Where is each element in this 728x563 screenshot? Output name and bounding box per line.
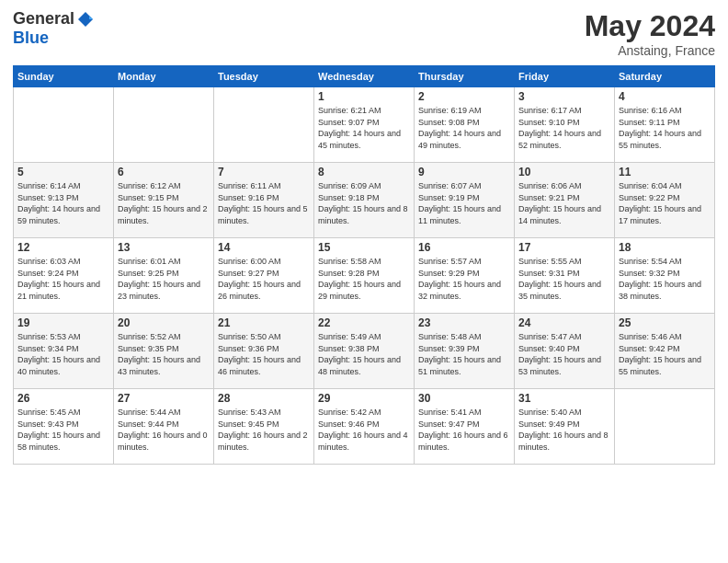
day-number: 24 xyxy=(518,316,610,329)
day-number: 4 xyxy=(619,90,711,103)
day-cell: 21Sunrise: 5:50 AM Sunset: 9:36 PM Dayli… xyxy=(214,314,314,389)
month-title: May 2024 xyxy=(585,9,715,43)
logo-text: General xyxy=(13,9,95,29)
day-info: Sunrise: 6:07 AM Sunset: 9:19 PM Dayligh… xyxy=(418,180,510,226)
day-info: Sunrise: 6:00 AM Sunset: 9:27 PM Dayligh… xyxy=(218,256,310,302)
day-cell: 18Sunrise: 5:54 AM Sunset: 9:32 PM Dayli… xyxy=(615,238,715,314)
day-number: 14 xyxy=(218,241,310,254)
day-info: Sunrise: 6:16 AM Sunset: 9:11 PM Dayligh… xyxy=(619,105,711,151)
day-cell xyxy=(114,87,214,163)
day-number: 3 xyxy=(518,90,610,103)
day-number: 31 xyxy=(518,392,610,405)
day-cell: 23Sunrise: 5:48 AM Sunset: 9:39 PM Dayli… xyxy=(415,314,515,389)
day-cell: 24Sunrise: 5:47 AM Sunset: 9:40 PM Dayli… xyxy=(515,314,615,389)
day-info: Sunrise: 5:44 AM Sunset: 9:44 PM Dayligh… xyxy=(118,407,210,453)
day-number: 26 xyxy=(17,392,109,405)
day-info: Sunrise: 6:21 AM Sunset: 9:07 PM Dayligh… xyxy=(318,105,410,151)
day-info: Sunrise: 5:45 AM Sunset: 9:43 PM Dayligh… xyxy=(17,407,109,453)
day-number: 7 xyxy=(218,166,310,178)
day-cell: 20Sunrise: 5:52 AM Sunset: 9:35 PM Dayli… xyxy=(114,314,214,389)
day-info: Sunrise: 6:01 AM Sunset: 9:25 PM Dayligh… xyxy=(118,256,210,302)
day-header-saturday: Saturday xyxy=(615,66,715,87)
week-row-2: 5Sunrise: 6:14 AM Sunset: 9:13 PM Daylig… xyxy=(14,163,715,238)
day-info: Sunrise: 5:42 AM Sunset: 9:46 PM Dayligh… xyxy=(318,407,410,453)
day-cell: 30Sunrise: 5:41 AM Sunset: 9:47 PM Dayli… xyxy=(415,389,515,465)
day-info: Sunrise: 5:50 AM Sunset: 9:36 PM Dayligh… xyxy=(218,331,310,377)
day-cell xyxy=(214,87,314,163)
day-number: 5 xyxy=(17,166,109,178)
day-info: Sunrise: 5:41 AM Sunset: 9:47 PM Dayligh… xyxy=(418,407,510,453)
day-info: Sunrise: 5:43 AM Sunset: 9:45 PM Dayligh… xyxy=(218,407,310,453)
day-cell: 26Sunrise: 5:45 AM Sunset: 9:43 PM Dayli… xyxy=(14,389,114,465)
day-cell: 13Sunrise: 6:01 AM Sunset: 9:25 PM Dayli… xyxy=(114,238,214,314)
logo-blue: Blue xyxy=(13,29,49,48)
day-number: 12 xyxy=(17,241,109,254)
day-info: Sunrise: 6:04 AM Sunset: 9:22 PM Dayligh… xyxy=(619,180,711,226)
day-info: Sunrise: 5:47 AM Sunset: 9:40 PM Dayligh… xyxy=(518,331,610,377)
day-number: 22 xyxy=(318,316,410,329)
day-cell: 8Sunrise: 6:09 AM Sunset: 9:18 PM Daylig… xyxy=(314,163,415,238)
day-cell: 12Sunrise: 6:03 AM Sunset: 9:24 PM Dayli… xyxy=(14,238,114,314)
logo-icon xyxy=(76,10,95,29)
day-info: Sunrise: 6:17 AM Sunset: 9:10 PM Dayligh… xyxy=(518,105,610,151)
day-number: 15 xyxy=(318,241,410,254)
day-cell: 15Sunrise: 5:58 AM Sunset: 9:28 PM Dayli… xyxy=(314,238,415,314)
day-info: Sunrise: 6:19 AM Sunset: 9:08 PM Dayligh… xyxy=(418,105,510,151)
day-number: 23 xyxy=(418,316,510,329)
day-number: 16 xyxy=(418,241,510,254)
day-info: Sunrise: 5:48 AM Sunset: 9:39 PM Dayligh… xyxy=(418,331,510,377)
day-number: 19 xyxy=(17,316,109,329)
day-number: 6 xyxy=(118,166,210,178)
day-header-thursday: Thursday xyxy=(415,66,515,87)
day-number: 21 xyxy=(218,316,310,329)
day-info: Sunrise: 5:52 AM Sunset: 9:35 PM Dayligh… xyxy=(118,331,210,377)
day-number: 1 xyxy=(318,90,410,103)
day-cell: 17Sunrise: 5:55 AM Sunset: 9:31 PM Dayli… xyxy=(515,238,615,314)
day-info: Sunrise: 6:14 AM Sunset: 9:13 PM Dayligh… xyxy=(17,180,109,226)
day-cell xyxy=(14,87,114,163)
day-number: 28 xyxy=(218,392,310,405)
day-info: Sunrise: 6:06 AM Sunset: 9:21 PM Dayligh… xyxy=(518,180,610,226)
day-cell: 1Sunrise: 6:21 AM Sunset: 9:07 PM Daylig… xyxy=(314,87,415,163)
week-row-1: 1Sunrise: 6:21 AM Sunset: 9:07 PM Daylig… xyxy=(14,87,715,163)
day-cell: 3Sunrise: 6:17 AM Sunset: 9:10 PM Daylig… xyxy=(515,87,615,163)
day-cell: 9Sunrise: 6:07 AM Sunset: 9:19 PM Daylig… xyxy=(415,163,515,238)
day-header-sunday: Sunday xyxy=(14,66,114,87)
day-cell: 27Sunrise: 5:44 AM Sunset: 9:44 PM Dayli… xyxy=(114,389,214,465)
day-cell: 28Sunrise: 5:43 AM Sunset: 9:45 PM Dayli… xyxy=(214,389,314,465)
day-info: Sunrise: 6:09 AM Sunset: 9:18 PM Dayligh… xyxy=(318,180,410,226)
day-number: 30 xyxy=(418,392,510,405)
day-info: Sunrise: 5:49 AM Sunset: 9:38 PM Dayligh… xyxy=(318,331,410,377)
day-info: Sunrise: 5:54 AM Sunset: 9:32 PM Dayligh… xyxy=(619,256,711,302)
day-number: 29 xyxy=(318,392,410,405)
location-title: Anstaing, France xyxy=(585,43,715,58)
day-info: Sunrise: 5:55 AM Sunset: 9:31 PM Dayligh… xyxy=(518,256,610,302)
page-container: General Blue May 2024 Anstaing, France S… xyxy=(0,0,728,563)
day-number: 25 xyxy=(619,316,711,329)
day-number: 17 xyxy=(518,241,610,254)
day-cell: 19Sunrise: 5:53 AM Sunset: 9:34 PM Dayli… xyxy=(14,314,114,389)
days-header-row: SundayMondayTuesdayWednesdayThursdayFrid… xyxy=(14,66,715,87)
day-number: 8 xyxy=(318,166,410,178)
logo: General Blue xyxy=(13,9,95,48)
week-row-3: 12Sunrise: 6:03 AM Sunset: 9:24 PM Dayli… xyxy=(14,238,715,314)
day-cell: 5Sunrise: 6:14 AM Sunset: 9:13 PM Daylig… xyxy=(14,163,114,238)
day-number: 9 xyxy=(418,166,510,178)
day-number: 13 xyxy=(118,241,210,254)
day-cell xyxy=(615,389,715,465)
day-header-wednesday: Wednesday xyxy=(314,66,415,87)
day-info: Sunrise: 5:57 AM Sunset: 9:29 PM Dayligh… xyxy=(418,256,510,302)
day-cell: 29Sunrise: 5:42 AM Sunset: 9:46 PM Dayli… xyxy=(314,389,415,465)
day-number: 18 xyxy=(619,241,711,254)
day-info: Sunrise: 5:53 AM Sunset: 9:34 PM Dayligh… xyxy=(17,331,109,377)
day-number: 20 xyxy=(118,316,210,329)
day-cell: 11Sunrise: 6:04 AM Sunset: 9:22 PM Dayli… xyxy=(615,163,715,238)
day-number: 11 xyxy=(619,166,711,178)
day-cell: 6Sunrise: 6:12 AM Sunset: 9:15 PM Daylig… xyxy=(114,163,214,238)
day-cell: 7Sunrise: 6:11 AM Sunset: 9:16 PM Daylig… xyxy=(214,163,314,238)
day-info: Sunrise: 6:11 AM Sunset: 9:16 PM Dayligh… xyxy=(218,180,310,226)
day-cell: 16Sunrise: 5:57 AM Sunset: 9:29 PM Dayli… xyxy=(415,238,515,314)
day-cell: 14Sunrise: 6:00 AM Sunset: 9:27 PM Dayli… xyxy=(214,238,314,314)
day-info: Sunrise: 6:12 AM Sunset: 9:15 PM Dayligh… xyxy=(118,180,210,226)
day-number: 27 xyxy=(118,392,210,405)
